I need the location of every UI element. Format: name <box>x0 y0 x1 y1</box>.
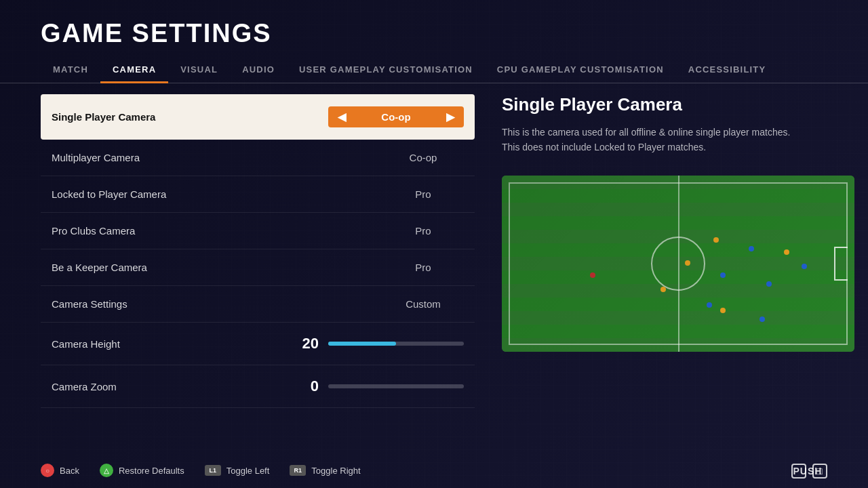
footer-restore-label: Restore Defaults <box>119 466 184 476</box>
setting-value-camera-settings: Custom <box>382 298 464 310</box>
setting-pro-clubs-camera[interactable]: Pro Clubs Camera Pro <box>41 213 475 249</box>
setting-camera-zoom[interactable]: Camera Zoom 0 <box>41 365 475 408</box>
setting-label-be-a-keeper-camera: Be a Keeper Camera <box>52 262 382 273</box>
header: GAME SETTINGS <box>0 0 868 48</box>
arrow-left-icon[interactable]: ◀ <box>338 110 346 123</box>
setting-label-locked-to-player-camera: Locked to Player Camera <box>52 188 382 200</box>
footer-toggle-right-label: Toggle Right <box>311 466 360 476</box>
settings-panel: Single Player Camera ◀ Co-op ▶ Multiplay… <box>41 94 475 453</box>
setting-label-single-player-camera: Single Player Camera <box>52 111 328 123</box>
tab-visual[interactable]: VISUAL <box>168 58 230 83</box>
push-logo: PUSH □ <box>790 462 827 479</box>
setting-label-camera-height: Camera Height <box>52 338 292 350</box>
footer-toggle-left-label: Toggle Left <box>226 466 270 476</box>
main-content: Single Player Camera ◀ Co-op ▶ Multiplay… <box>0 83 868 453</box>
setting-value-wrapper-single-player-camera: ◀ Co-op ▶ <box>328 106 464 127</box>
tab-audio[interactable]: AUDIO <box>230 58 287 83</box>
l1-button-icon: L1 <box>205 465 221 476</box>
r1-button-icon: R1 <box>290 465 306 476</box>
pitch-overlay <box>502 176 854 352</box>
camera-height-slider-fill <box>328 342 396 346</box>
arrow-right-icon[interactable]: ▶ <box>446 110 454 123</box>
footer: ○ Back △ Restore Defaults L1 Toggle Left… <box>0 453 868 488</box>
circle-button-icon: ○ <box>41 464 54 477</box>
setting-camera-settings[interactable]: Camera Settings Custom <box>41 286 475 323</box>
setting-single-player-camera[interactable]: Single Player Camera ◀ Co-op ▶ <box>41 94 475 140</box>
tab-camera[interactable]: CAMERA <box>100 58 168 83</box>
camera-zoom-slider-track[interactable] <box>328 384 464 388</box>
setting-locked-to-player-camera[interactable]: Locked to Player Camera Pro <box>41 176 475 213</box>
footer-action-back[interactable]: ○ Back <box>41 464 79 477</box>
push-logo-text: PUSH <box>791 464 806 479</box>
setting-multiplayer-camera[interactable]: Multiplayer Camera Co-op <box>41 140 475 176</box>
tab-bar: MATCH CAMERA VISUAL AUDIO USER GAMEPLAY … <box>0 58 868 83</box>
tab-cpu-gameplay[interactable]: CPU GAMEPLAY CUSTOMISATION <box>485 58 676 83</box>
info-description: This is the camera used for all offline … <box>502 125 827 155</box>
setting-value-single-player-camera: Co-op <box>355 111 437 123</box>
push-logo-square: □ <box>812 464 827 479</box>
setting-camera-height[interactable]: Camera Height 20 <box>41 323 475 365</box>
tab-match[interactable]: MATCH <box>41 58 100 83</box>
camera-preview <box>502 176 854 352</box>
footer-action-toggle-right[interactable]: R1 Toggle Right <box>290 465 360 476</box>
footer-action-toggle-left[interactable]: L1 Toggle Left <box>205 465 270 476</box>
triangle-button-icon: △ <box>100 464 113 477</box>
tab-accessibility[interactable]: ACCESSIBILITY <box>676 58 778 83</box>
setting-value-pro-clubs-camera: Pro <box>382 225 464 237</box>
info-panel: Single Player Camera This is the camera … <box>495 94 854 453</box>
camera-height-slider-track[interactable] <box>328 342 464 346</box>
setting-label-camera-zoom: Camera Zoom <box>52 381 292 392</box>
setting-value-camera-height: 20 <box>292 335 319 352</box>
setting-value-locked-to-player-camera: Pro <box>382 188 464 200</box>
setting-label-camera-settings: Camera Settings <box>52 298 382 310</box>
setting-label-multiplayer-camera: Multiplayer Camera <box>52 152 382 163</box>
info-title: Single Player Camera <box>502 94 854 115</box>
tab-user-gameplay[interactable]: USER GAMEPLAY CUSTOMISATION <box>287 58 485 83</box>
pitch-background <box>502 176 854 352</box>
setting-value-be-a-keeper-camera: Pro <box>382 262 464 273</box>
setting-value-camera-zoom: 0 <box>292 378 319 395</box>
setting-be-a-keeper-camera[interactable]: Be a Keeper Camera Pro <box>41 249 475 286</box>
footer-back-label: Back <box>60 466 79 476</box>
page-title: GAME SETTINGS <box>41 19 827 48</box>
game-settings-page: GAME SETTINGS MATCH CAMERA VISUAL AUDIO … <box>0 0 868 488</box>
setting-label-pro-clubs-camera: Pro Clubs Camera <box>52 225 382 237</box>
setting-value-multiplayer-camera: Co-op <box>382 152 464 163</box>
footer-action-restore-defaults[interactable]: △ Restore Defaults <box>100 464 184 477</box>
